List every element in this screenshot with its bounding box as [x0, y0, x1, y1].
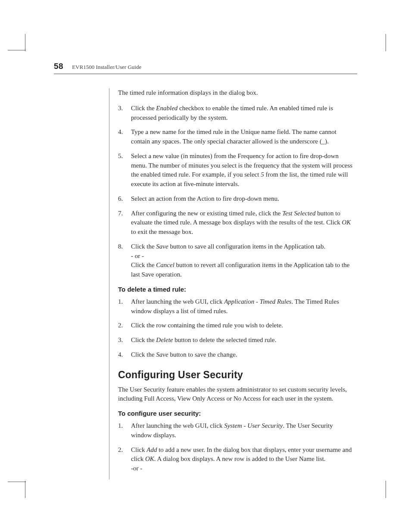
step-text: Click the Save button to save all config… — [131, 242, 353, 280]
crop-mark — [8, 50, 26, 50]
steps-list-2: 1. After launching the web GUI, click Ap… — [118, 297, 353, 360]
step-number: 1. — [118, 297, 131, 316]
page-number: 58 — [54, 62, 63, 71]
subheading-configure-security: To configure user security: — [118, 410, 353, 417]
list-item: 1. After launching the web GUI, click Ap… — [118, 297, 353, 316]
page-header: 58 EVR1500 Installer/User Guide — [54, 62, 357, 74]
step-text: Click the row containing the timed rule … — [131, 321, 353, 330]
heading-user-security: Configuring User Security — [118, 369, 353, 381]
list-item: 1. After launching the web GUI, click Sy… — [118, 421, 353, 440]
body-column: The timed rule information displays in t… — [109, 88, 353, 479]
list-item: 5. Select a new value (in minutes) from … — [118, 152, 353, 189]
crop-mark — [386, 34, 386, 51]
list-item: 4. Click the Save button to save the cha… — [118, 350, 353, 360]
list-item: 2. Click Add to add a new user. In the d… — [118, 445, 353, 473]
step-number: 3. — [118, 336, 131, 345]
list-item: 3. Click the Delete button to delete the… — [118, 336, 353, 345]
step-text: Select an action from the Action to fire… — [131, 194, 353, 204]
step-number: 2. — [118, 445, 131, 473]
subheading-delete-rule: To delete a timed rule: — [118, 286, 353, 293]
step-text: Select a new value (in minutes) from the… — [131, 152, 353, 189]
list-item: 2. Click the row containing the timed ru… — [118, 321, 353, 330]
crop-mark — [25, 34, 25, 51]
paragraph: The User Security feature enables the sy… — [118, 385, 353, 404]
step-number: 7. — [118, 209, 131, 237]
list-item: 8. Click the Save button to save all con… — [118, 242, 353, 280]
step-text: Click the Delete button to delete the se… — [131, 336, 353, 345]
step-text: After launching the web GUI, click Syste… — [131, 421, 353, 440]
list-item: 4. Type a new name for the timed rule in… — [118, 128, 353, 146]
list-item: 6. Select an action from the Action to f… — [118, 194, 353, 204]
step-text: Click the Save button to save the change… — [131, 350, 353, 360]
step-number: 5. — [118, 152, 131, 189]
step-number: 6. — [118, 194, 131, 204]
step-text: After configuring the new or existing ti… — [131, 209, 353, 237]
step-number: 3. — [118, 104, 131, 123]
step-number: 2. — [118, 321, 131, 330]
intro-text: The timed rule information displays in t… — [118, 88, 353, 98]
steps-list-3: 1. After launching the web GUI, click Sy… — [118, 421, 353, 473]
step-text: Click Add to add a new user. In the dial… — [131, 445, 353, 473]
step-text: Click the Enabled checkbox to enable the… — [131, 104, 353, 123]
step-text: After launching the web GUI, click Appli… — [131, 297, 353, 316]
crop-mark — [386, 481, 386, 498]
step-number: 4. — [118, 350, 131, 360]
step-text: Type a new name for the timed rule in th… — [131, 128, 353, 146]
crop-mark — [25, 481, 25, 498]
crop-mark — [8, 482, 26, 482]
steps-list-1: 3. Click the Enabled checkbox to enable … — [118, 104, 353, 280]
step-number: 1. — [118, 421, 131, 440]
step-number: 8. — [118, 242, 131, 280]
list-item: 3. Click the Enabled checkbox to enable … — [118, 104, 353, 123]
doc-title: EVR1500 Installer/User Guide — [72, 64, 141, 70]
step-number: 4. — [118, 128, 131, 146]
document-page: 58 EVR1500 Installer/User Guide The time… — [0, 0, 411, 532]
list-item: 7. After configuring the new or existing… — [118, 209, 353, 237]
